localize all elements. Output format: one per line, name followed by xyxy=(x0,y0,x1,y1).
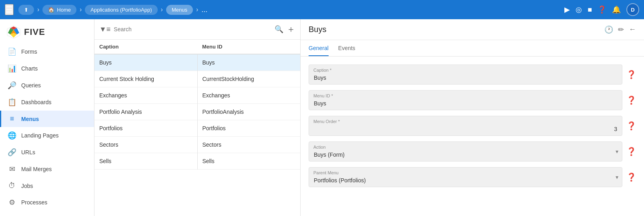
table-header-row: Caption Menu ID xyxy=(94,40,300,54)
urls-icon: 🔗 xyxy=(8,148,16,157)
breadcrumb-dots[interactable]: ... xyxy=(201,6,207,14)
stop-button[interactable]: ■ xyxy=(588,6,592,14)
sidebar-item-functions[interactable]: ƒ Functions xyxy=(0,211,94,216)
table-row[interactable]: Current Stock HoldingCurrentStockHolding xyxy=(94,71,300,87)
sidebar-item-landing-pages[interactable]: 🌐 Landing Pages xyxy=(0,127,94,144)
menu-order-field-group: Menu Order * xyxy=(309,116,622,136)
breadcrumb-chevron-3: › xyxy=(161,6,163,13)
menu-id-label: Menu ID * xyxy=(313,93,333,98)
caption-input[interactable] xyxy=(309,65,622,85)
caption-field-row: Caption * ❓ xyxy=(309,65,636,85)
home-icon: 🏠 xyxy=(48,7,54,13)
landing-pages-icon: 🌐 xyxy=(8,131,16,140)
menu-id-input[interactable] xyxy=(309,90,622,110)
play-button[interactable]: ▶ xyxy=(564,5,570,14)
sidebar-logo-text: FIVE xyxy=(24,27,45,37)
table-row[interactable]: ExchangesExchanges xyxy=(94,87,300,104)
caption-field-group: Caption * xyxy=(309,65,622,85)
five-logo-icon xyxy=(6,25,21,39)
avatar[interactable]: D xyxy=(626,3,639,16)
search-input[interactable] xyxy=(114,26,271,32)
search-nav-button[interactable]: ◎ xyxy=(576,5,582,14)
action-help-icon[interactable]: ❓ xyxy=(626,147,636,156)
help-button[interactable]: ❓ xyxy=(598,5,606,14)
sidebar-item-menus[interactable]: ≡ Menus xyxy=(0,111,94,127)
breadcrumb-chevron-2: › xyxy=(80,6,82,13)
sidebar-forms-label: Forms xyxy=(21,48,37,55)
table-row[interactable]: PortfoliosPortfolios xyxy=(94,120,300,137)
menu-id-help-icon[interactable]: ❓ xyxy=(626,95,636,105)
jobs-icon: ⏱ xyxy=(8,182,16,190)
sidebar-item-urls[interactable]: 🔗 URLs xyxy=(0,144,94,161)
sidebar-item-dashboards[interactable]: 📋 Dashboards xyxy=(0,94,94,111)
sidebar-item-jobs[interactable]: ⏱ Jobs xyxy=(0,178,94,194)
right-header-actions: 🕐 ✏ ← xyxy=(604,25,636,34)
tab-general[interactable]: General xyxy=(309,40,329,56)
home-label: Home xyxy=(57,7,71,13)
filter-icon[interactable]: ▼≡ xyxy=(99,25,110,34)
caption-cell: Buys xyxy=(94,54,197,71)
sidebar-logo: FIVE xyxy=(0,19,94,43)
bell-button[interactable]: 🔔 xyxy=(612,5,621,14)
caption-label: Caption * xyxy=(313,68,331,73)
back-button[interactable]: ← xyxy=(629,25,636,34)
tab-events[interactable]: Events xyxy=(338,40,355,56)
sidebar-item-queries[interactable]: 🔎 Queries xyxy=(0,77,94,94)
caption-cell: Sells xyxy=(94,153,197,170)
caption-cell: Current Stock Holding xyxy=(94,71,197,87)
sidebar-item-charts[interactable]: 📊 Charts xyxy=(0,60,94,77)
sidebar-landing-pages-label: Landing Pages xyxy=(21,132,58,139)
sidebar: FIVE 📄 Forms 📊 Charts 🔎 Queries 📋 Dashbo… xyxy=(0,19,94,216)
menus-breadcrumb-label: Menus xyxy=(172,7,187,13)
menus-breadcrumb-button[interactable]: Menus xyxy=(166,5,193,15)
caption-column-header: Caption xyxy=(94,40,197,54)
sidebar-menus-label: Menus xyxy=(21,116,39,122)
sidebar-jobs-label: Jobs xyxy=(21,183,33,189)
sidebar-charts-label: Charts xyxy=(21,65,38,72)
upload-icon: ⬆ xyxy=(24,7,28,13)
applications-label: Applications (PortfolioApp) xyxy=(90,7,152,13)
menu-id-cell: Buys xyxy=(197,54,300,71)
caption-cell: Exchanges xyxy=(94,87,197,104)
menu-order-input[interactable] xyxy=(309,116,622,136)
parent-menu-label: Parent Menu xyxy=(313,170,339,175)
menu-id-field-group: Menu ID * xyxy=(309,90,622,110)
right-panel: Buys 🕐 ✏ ← General Events Caption * ❓ xyxy=(301,19,644,216)
history-button[interactable]: 🕐 xyxy=(604,25,613,34)
applications-button[interactable]: Applications (PortfolioApp) xyxy=(85,5,157,15)
home-button[interactable]: 🏠 Home xyxy=(42,5,76,15)
edit-button[interactable]: ✏ xyxy=(618,25,624,34)
menus-icon: ≡ xyxy=(8,115,16,123)
menu-order-help-icon[interactable]: ❓ xyxy=(626,121,636,131)
table-row[interactable]: SectorsSectors xyxy=(94,137,300,153)
menu-id-cell: Portfolios xyxy=(197,120,300,137)
sidebar-mail-merges-label: Mail Merges xyxy=(21,166,52,172)
menu-id-cell: Exchanges xyxy=(197,87,300,104)
sidebar-item-forms[interactable]: 📄 Forms xyxy=(0,43,94,60)
table-row[interactable]: SellsSells xyxy=(94,153,300,170)
parent-menu-select[interactable]: Portfolios (Portfolios) xyxy=(309,167,622,187)
charts-icon: 📊 xyxy=(8,64,16,73)
sidebar-dashboards-label: Dashboards xyxy=(21,99,52,105)
table-row[interactable]: BuysBuys xyxy=(94,54,300,71)
hamburger-button[interactable]: ☰ xyxy=(5,4,14,15)
sidebar-item-mail-merges[interactable]: ✉ Mail Merges xyxy=(0,161,94,178)
queries-icon: 🔎 xyxy=(8,81,16,90)
processes-icon: ⚙ xyxy=(8,198,16,207)
upload-button[interactable]: ⬆ xyxy=(18,5,34,15)
center-panel: ▼≡ 🔍 ＋ Caption Menu ID BuysBuysCurrent S… xyxy=(94,19,301,216)
caption-cell: Sectors xyxy=(94,137,197,153)
caption-help-icon[interactable]: ❓ xyxy=(626,70,636,79)
search-button[interactable]: 🔍 xyxy=(275,25,283,34)
menu-id-field-row: Menu ID * ❓ xyxy=(309,90,636,110)
sidebar-queries-label: Queries xyxy=(21,82,41,89)
caption-cell: Portfolios xyxy=(94,120,197,137)
menu-order-field-row: Menu Order * ❓ xyxy=(309,116,636,136)
add-button[interactable]: ＋ xyxy=(287,23,295,35)
table-row[interactable]: Portfolio AnalysisPortfolioAnalysis xyxy=(94,104,300,120)
parent-menu-help-icon[interactable]: ❓ xyxy=(626,172,636,182)
sidebar-item-processes[interactable]: ⚙ Processes xyxy=(0,194,94,211)
panel-title: Buys xyxy=(309,25,604,34)
action-select[interactable]: Buys (Form) xyxy=(309,141,622,161)
menu-id-column-header: Menu ID xyxy=(197,40,300,54)
